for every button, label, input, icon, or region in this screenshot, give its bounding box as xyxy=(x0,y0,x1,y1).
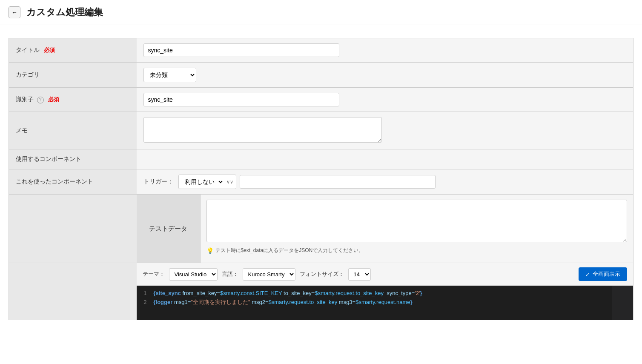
use-component-value-cell xyxy=(137,149,633,169)
code-editor-row: テーマ： Visual Studio 言語： Kuroco Smarty フォン… xyxy=(9,263,633,320)
title-input[interactable] xyxy=(143,43,339,57)
test-data-label: テストデータ xyxy=(149,225,187,233)
identifier-row: 識別子 ? 必須 xyxy=(9,88,633,112)
identifier-info-icon[interactable]: ? xyxy=(37,97,44,103)
title-required-badge: 必須 xyxy=(44,47,55,53)
title-label-cell: タイトル 必須 xyxy=(9,38,137,63)
code-lines: 1 {site_sync from_site_key=$smarty.const… xyxy=(137,286,612,320)
identifier-label: 識別子 xyxy=(16,96,34,103)
lang-select[interactable]: Kuroco Smarty xyxy=(243,268,295,281)
used-component-label-cell: これを使ったコンポーネント xyxy=(9,169,137,195)
code-editor-label-cell xyxy=(9,263,137,320)
memo-label-cell: メモ xyxy=(9,112,137,149)
fullscreen-button[interactable]: ⤢ 全画面表示 xyxy=(579,267,627,281)
memo-value-cell xyxy=(137,112,633,149)
theme-label: テーマ： xyxy=(143,270,165,278)
test-data-outer-label-cell xyxy=(9,195,137,263)
line-content-1: {site_sync from_site_key=$smarty.const.S… xyxy=(154,289,422,298)
category-label: カテゴリ xyxy=(16,71,40,78)
editor-toolbar: テーマ： Visual Studio 言語： Kuroco Smarty フォン… xyxy=(137,263,633,286)
used-component-row: これを使ったコンポーネント トリガー： 利用しない 利用する ∨∨ xyxy=(9,169,633,195)
memo-textarea[interactable] xyxy=(143,117,382,143)
form-table: タイトル 必須 カテゴリ 未分類 カテゴリ1 カテゴリ2 識別 xyxy=(9,38,633,320)
memo-label: メモ xyxy=(16,127,28,134)
category-label-cell: カテゴリ xyxy=(9,63,137,88)
category-value-cell: 未分類 カテゴリ1 カテゴリ2 xyxy=(137,63,633,88)
category-row: カテゴリ 未分類 カテゴリ1 カテゴリ2 xyxy=(9,63,633,88)
identifier-label-cell: 識別子 ? 必須 xyxy=(9,88,137,112)
test-data-hint-text: テスト時に$ext_dataに入るデータをJSONで入力してください。 xyxy=(215,247,364,254)
identifier-value-cell xyxy=(137,88,633,112)
test-data-label-col: テストデータ xyxy=(137,195,201,263)
expand-icon: ⤢ xyxy=(585,271,590,278)
used-component-value-cell: トリガー： 利用しない 利用する ∨∨ xyxy=(137,169,633,195)
trigger-select-wrap: 利用しない 利用する ∨∨ xyxy=(178,175,236,189)
test-data-row: テストデータ 💡 テスト時に$ext_dataに入るデータをJSONで入力してく… xyxy=(9,195,633,263)
trigger-text-label: トリガー： xyxy=(143,178,173,186)
used-component-label: これを使ったコンポーネント xyxy=(16,178,93,185)
fullscreen-btn-label: 全画面表示 xyxy=(593,270,620,278)
title-value-cell xyxy=(137,38,633,63)
code-line-2: 2 {logger msg1="全同期を実行しました" msg2=$smarty… xyxy=(137,298,612,307)
line-content-2: {logger msg1="全同期を実行しました" msg2=$smarty.r… xyxy=(154,298,413,307)
trigger-extra-input[interactable] xyxy=(240,175,436,189)
bulb-icon: 💡 xyxy=(206,247,214,254)
identifier-input[interactable] xyxy=(143,93,339,106)
lang-label: 言語： xyxy=(222,270,238,278)
test-data-textarea[interactable] xyxy=(206,200,628,242)
line-number-1: 1 xyxy=(137,289,154,298)
trigger-select[interactable]: 利用しない 利用する xyxy=(179,175,224,189)
fontsize-select[interactable]: 14 12 16 xyxy=(348,268,371,281)
main-content: タイトル 必須 カテゴリ 未分類 カテゴリ1 カテゴリ2 識別 xyxy=(0,25,642,333)
code-editor-value-cell: テーマ： Visual Studio 言語： Kuroco Smarty フォン… xyxy=(137,263,633,320)
test-data-inner: テストデータ 💡 テスト時に$ext_dataに入るデータをJSONで入力してく… xyxy=(137,195,633,263)
test-data-hint: 💡 テスト時に$ext_dataに入るデータをJSONで入力してください。 xyxy=(206,247,628,254)
memo-row: メモ xyxy=(9,112,633,149)
title-label: タイトル xyxy=(16,46,40,53)
code-minimap xyxy=(612,286,633,320)
chevron-down-icon: ∨∨ xyxy=(224,179,236,185)
back-button[interactable]: ← xyxy=(9,6,20,18)
use-component-row: 使用するコンポーネント xyxy=(9,149,633,169)
theme-select[interactable]: Visual Studio xyxy=(169,268,218,281)
identifier-required-badge: 必須 xyxy=(48,96,59,103)
code-line-1: 1 {site_sync from_site_key=$smarty.const… xyxy=(137,289,612,298)
title-row: タイトル 必須 xyxy=(9,38,633,63)
category-select[interactable]: 未分類 カテゴリ1 カテゴリ2 xyxy=(143,68,196,82)
back-icon: ← xyxy=(11,9,17,16)
page-title: カスタム処理編集 xyxy=(26,6,103,19)
test-data-right: 💡 テスト時に$ext_dataに入るデータをJSONで入力してください。 xyxy=(201,195,633,263)
use-component-label-cell: 使用するコンポーネント xyxy=(9,149,137,169)
code-editor-area[interactable]: 1 {site_sync from_site_key=$smarty.const… xyxy=(137,286,633,320)
fontsize-label: フォントサイズ： xyxy=(300,270,344,278)
line-number-2: 2 xyxy=(137,298,154,307)
test-data-value-cell: テストデータ 💡 テスト時に$ext_dataに入るデータをJSONで入力してく… xyxy=(137,195,633,263)
page-header: ← カスタム処理編集 xyxy=(0,0,642,25)
trigger-row: トリガー： 利用しない 利用する ∨∨ xyxy=(143,175,627,189)
use-component-label: 使用するコンポーネント xyxy=(16,155,81,162)
